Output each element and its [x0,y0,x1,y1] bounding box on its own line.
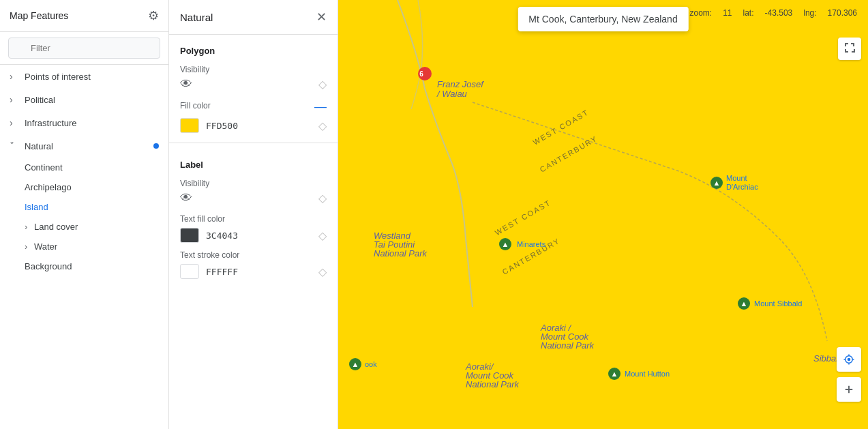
label-visibility-row: 👁 ◇ [169,188,338,211]
sidebar-sub-archipelago[interactable]: Archipelago [0,177,168,197]
text-stroke-color-row: FFFFFF ◇ [169,260,338,283]
sidebar-sub-background[interactable]: Background [0,256,168,276]
franz-josef-number: 6 [419,70,423,78]
zoom-value: 11 [723,8,732,18]
sidebar-sub-water[interactable]: › Water [0,237,168,256]
text-fill-color-swatch[interactable] [180,228,199,243]
sidebar-title: Map Features [10,10,68,21]
lng-label: lng: [803,8,816,18]
color-diamond-icon[interactable]: ◇ [318,265,327,278]
lat-label: lat: [743,8,754,18]
chevron-right-icon: › [10,117,19,128]
fill-color-label: Fill color [180,101,211,110]
close-button[interactable]: ✕ [316,10,327,25]
mount-hutton-label: Mount Hutton [625,370,670,378]
canterbury-label-1: CANTERBURY [539,134,599,174]
visibility-label: Visibility [180,65,209,74]
nav-list: › Points of interest › Political › Infra… [0,65,168,429]
west-coast-label-2: WEST COAST [494,198,552,237]
mount-sibbald-poi-icon: ▲ [740,299,748,308]
westland-label3: National Park [374,248,428,258]
mount-hutton-poi-icon: ▲ [611,370,618,378]
sub-item-label: Continent [25,162,63,173]
fill-color-swatch[interactable] [180,118,199,133]
sidebar-item-infrastructure[interactable]: › Infrastructure [0,111,168,134]
aoraki2-label3: National Park [466,379,520,389]
fullscreen-button[interactable] [838,38,861,60]
map-controls [837,347,861,402]
filter-wrap: ☰ [8,38,160,59]
text-stroke-color-swatch[interactable] [180,264,199,279]
franz-josef-label: Franz Josef [437,79,484,89]
mount-darchiac-label: Mount [726,174,747,182]
sidebar-item-label: Political [25,95,55,105]
text-fill-color-row: 3C4043 ◇ [169,224,338,247]
chevron-right-icon: › [25,222,27,232]
map-search-text: Mt Cook, Canterbury, New Zealand [528,14,677,25]
fill-color-label-row: Fill color — [169,97,338,114]
mount-darchiac-poi-icon: ▲ [713,179,721,187]
sub-item-label: Background [25,261,72,271]
chevron-down-icon: ˅ [10,140,19,151]
text-fill-color-label: Text fill color [180,214,225,224]
west-coast-label-1: WEST COAST [532,108,590,147]
properties-panel: Natural ✕ Polygon Visibility 👁 ◇ Fill co… [169,0,338,429]
panel-title: Natural [180,12,213,23]
label-visibility-label: Visibility [180,179,209,188]
sidebar-header: Map Features ⚙ [0,0,168,32]
fill-color-value: FFD500 [206,121,238,131]
text-stroke-color-label-row: Text stroke color [169,247,338,260]
label-section-title: Label [169,149,338,175]
diamond-icon[interactable]: ◇ [318,78,327,91]
eye-icon[interactable]: 👁 [180,77,192,91]
mount-sibbald-label: Mount Sibbald [754,299,802,308]
aoraki-label3: National Park [541,340,595,351]
map-topbar: zoom: 11 lat: -43.503 lng: 170.306 [678,0,868,26]
map-svg: WEST COAST CANTERBURY WEST COAST CANTERB… [338,0,868,429]
sidebar-item-points-of-interest[interactable]: › Points of interest [0,65,168,88]
mount-darchiac-label2: D'Archiac [726,183,758,191]
lat-value: -43.503 [765,8,793,18]
visibility-label-row: Visibility [169,61,338,74]
zoom-in-button[interactable] [837,377,861,402]
map-search-box: Mt Cook, Canterbury, New Zealand [518,7,688,31]
sidebar-item-label: Points of interest [25,72,91,82]
text-fill-color-label-row: Text fill color [169,211,338,224]
sidebar-sub-continent[interactable]: Continent [0,158,168,177]
active-dot [153,143,159,149]
text-fill-color-value: 3C4043 [206,231,238,241]
polygon-visibility-row: 👁 ◇ [169,74,338,97]
svg-point-0 [848,358,851,361]
panel-header: Natural ✕ [169,0,338,35]
my-location-button[interactable] [837,347,861,372]
left-label: ook [365,360,377,368]
sub-item-label: Island [25,202,48,212]
sub-item-label: Archipelago [25,182,72,192]
settings-icon[interactable]: ⚙ [148,8,159,23]
sidebar-sub-land-cover[interactable]: › Land cover [0,217,168,237]
sub-item-label: Water [34,241,57,252]
minarets-poi-icon: ▲ [502,240,509,248]
left-poi-icon: ▲ [352,360,359,368]
sidebar-sub-island[interactable]: Island [0,197,168,217]
lng-value: 170.306 [828,8,857,18]
left-sidebar: Map Features ⚙ ☰ › Points of interest › … [0,0,169,429]
chevron-right-icon: › [25,241,27,252]
map-area[interactable]: zoom: 11 lat: -43.503 lng: 170.306 Mt Co… [338,0,868,429]
divider [169,143,338,143]
sidebar-item-natural[interactable]: ˅ Natural [0,134,168,158]
color-diamond-icon[interactable]: ◇ [318,229,327,242]
text-stroke-color-label: Text stroke color [180,250,239,260]
filter-bar: ☰ [0,32,168,65]
color-diamond-icon[interactable]: ◇ [318,119,327,132]
diamond-icon[interactable]: ◇ [318,192,327,205]
chevron-right-icon: › [10,71,19,82]
sub-item-label: Land cover [34,222,78,232]
filter-input[interactable] [8,38,160,59]
minus-icon[interactable]: — [314,100,327,114]
minarets-label: Minarets [517,240,546,248]
eye-icon[interactable]: 👁 [180,191,192,205]
label-visibility-label-row: Visibility [169,175,338,188]
sidebar-item-label: Infrastructure [25,118,77,128]
sidebar-item-political[interactable]: › Political [0,88,168,111]
